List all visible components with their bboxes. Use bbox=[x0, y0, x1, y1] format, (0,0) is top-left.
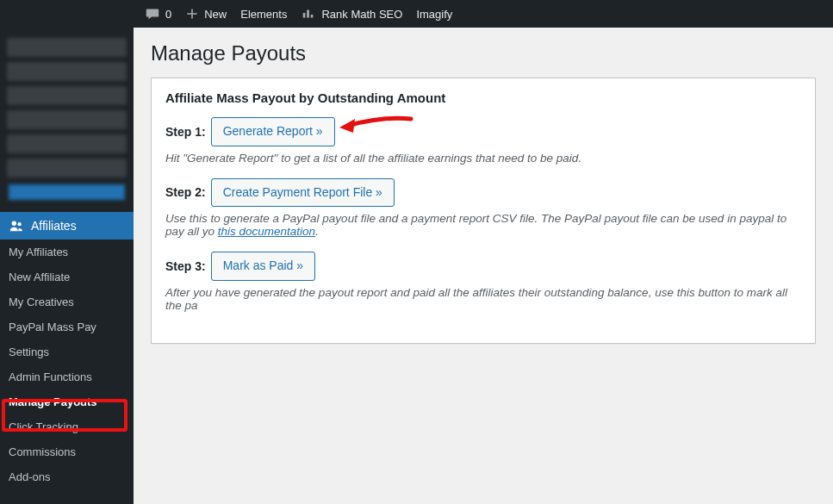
sidebar-item-label: Affiliates bbox=[31, 219, 77, 233]
panel-heading: Affiliate Mass Payout by Outstanding Amo… bbox=[165, 90, 801, 105]
admin-bar: 0 New Elements Rank Math SEO Imagify bbox=[0, 0, 833, 28]
step-2-doc-link[interactable]: this documentation bbox=[218, 225, 315, 238]
comment-icon bbox=[145, 6, 160, 22]
adminbar-elements[interactable]: Elements bbox=[233, 0, 294, 28]
sidebar-masked-item[interactable] bbox=[7, 134, 127, 153]
sidebar-masked-item[interactable] bbox=[7, 62, 127, 81]
adminbar-imagify[interactable]: Imagify bbox=[409, 0, 459, 28]
step-3-hint: After you have generated the payout repo… bbox=[165, 286, 801, 312]
group-icon bbox=[9, 218, 24, 233]
sidebar-masked-item[interactable] bbox=[7, 159, 127, 177]
sidebar-item-affiliates[interactable]: Affiliates bbox=[0, 212, 134, 240]
page-title: Manage Payouts bbox=[151, 41, 816, 65]
adminbar-comments[interactable]: 0 bbox=[138, 0, 178, 28]
svg-point-0 bbox=[12, 221, 16, 226]
sidebar-subitem-click-tracking[interactable]: Click Tracking bbox=[0, 414, 134, 439]
adminbar-new-label: New bbox=[204, 8, 227, 21]
step-3-label: Step 3: bbox=[165, 259, 206, 273]
sidebar-masked-group bbox=[0, 28, 134, 212]
step-2-hint: Use this to generate a PayPal payout fil… bbox=[165, 212, 801, 238]
svg-point-1 bbox=[17, 222, 21, 226]
generate-report-button[interactable]: Generate Report » bbox=[211, 117, 335, 146]
sidebar-subitem-my-affiliates[interactable]: My Affiliates bbox=[0, 240, 134, 264]
mark-as-paid-button[interactable]: Mark as Paid » bbox=[211, 252, 315, 281]
adminbar-imagify-label: Imagify bbox=[416, 8, 452, 21]
sidebar-submenu-affiliates: My AffiliatesNew AffiliateMy CreativesPa… bbox=[0, 240, 134, 489]
admin-sidebar: Affiliates My AffiliatesNew AffiliateMy … bbox=[0, 0, 134, 504]
sidebar-subitem-manage-payouts[interactable]: Manage Payouts bbox=[0, 389, 134, 414]
sidebar-subitem-my-creatives[interactable]: My Creatives bbox=[0, 289, 134, 314]
adminbar-site-area bbox=[0, 0, 138, 28]
adminbar-comments-count: 0 bbox=[165, 8, 171, 21]
step-1-hint: Hit "Generate Report" to get a list of a… bbox=[165, 152, 801, 165]
sidebar-subitem-paypal-mass-pay[interactable]: PayPal Mass Pay bbox=[0, 314, 134, 339]
create-payment-report-button[interactable]: Create Payment Report File » bbox=[211, 178, 395, 208]
step-2-hint-post: . bbox=[315, 225, 319, 238]
main-content: Manage Payouts Affiliate Mass Payout by … bbox=[134, 28, 833, 504]
rankmath-icon bbox=[301, 6, 316, 22]
plus-icon bbox=[185, 7, 199, 21]
annotation-arrow-icon bbox=[338, 112, 415, 140]
step-2-label: Step 2: bbox=[165, 185, 206, 199]
adminbar-new[interactable]: New bbox=[178, 0, 233, 28]
sidebar-subitem-admin-functions[interactable]: Admin Functions bbox=[0, 364, 134, 389]
sidebar-subitem-add-ons[interactable]: Add-ons bbox=[0, 464, 134, 489]
sidebar-subitem-new-affiliate[interactable]: New Affiliate bbox=[0, 264, 134, 289]
adminbar-rankmath[interactable]: Rank Math SEO bbox=[294, 0, 409, 28]
step-2-row: Step 2: Create Payment Report File » bbox=[165, 178, 801, 208]
sidebar-subitem-commissions[interactable]: Commissions bbox=[0, 439, 134, 464]
adminbar-rankmath-label: Rank Math SEO bbox=[321, 8, 402, 21]
sidebar-masked-item[interactable] bbox=[7, 110, 127, 129]
sidebar-masked-item[interactable] bbox=[7, 86, 127, 105]
step-1-row: Step 1: Generate Report » bbox=[165, 117, 801, 146]
sidebar-subitem-settings[interactable]: Settings bbox=[0, 339, 134, 364]
payout-panel: Affiliate Mass Payout by Outstanding Amo… bbox=[151, 78, 816, 344]
sidebar-masked-item-active[interactable] bbox=[7, 183, 127, 202]
sidebar-masked-item[interactable] bbox=[7, 38, 127, 57]
adminbar-elements-label: Elements bbox=[240, 8, 287, 21]
step-3-row: Step 3: Mark as Paid » bbox=[165, 252, 801, 281]
step-1-label: Step 1: bbox=[165, 125, 206, 139]
